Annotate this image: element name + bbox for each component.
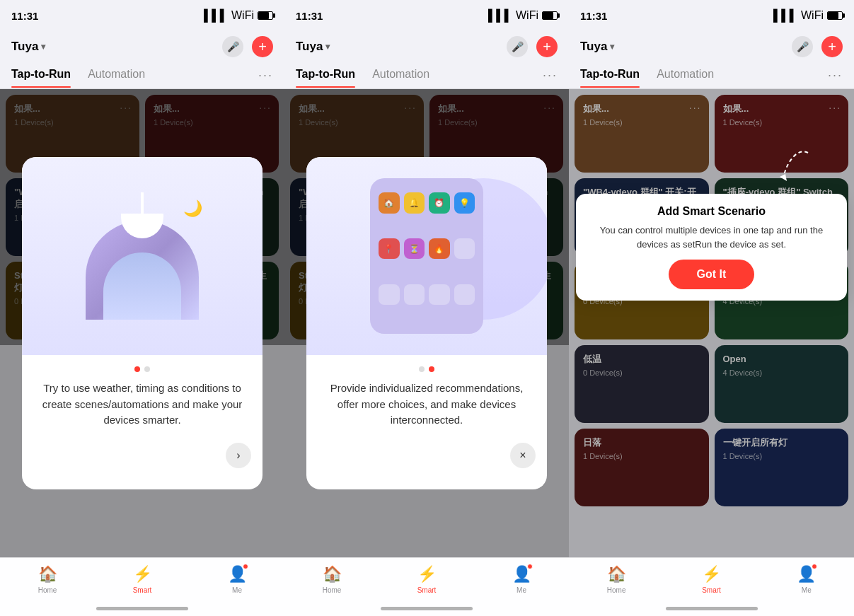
app-title-1[interactable]: Tuya ▾ bbox=[11, 40, 45, 54]
tab-dots-2[interactable]: ··· bbox=[543, 68, 558, 83]
chevron-down-icon-3: ▾ bbox=[610, 42, 614, 52]
modal-text-2: Provide individualized recommendations, … bbox=[306, 380, 547, 429]
badge-dot-3 bbox=[812, 564, 817, 569]
nav-smart-label-2: Smart bbox=[417, 586, 437, 594]
badge-dot-1 bbox=[243, 564, 248, 569]
phone-screen: 🏠 🔔 ⏰ 💡 📍 ⏳ 🔥 bbox=[379, 192, 475, 325]
nav-me-label-2: Me bbox=[517, 586, 526, 594]
nav-home-label-1: Home bbox=[38, 586, 57, 594]
smart-icon-3: ⚡ bbox=[702, 565, 721, 583]
app-header-1: Tuya ▾ 🎤 + bbox=[0, 31, 284, 62]
status-bar-3: 11:31 ▌▌▌ WiFi bbox=[569, 0, 854, 31]
nav-me-1[interactable]: 👤 Me bbox=[228, 565, 247, 594]
app-header-2: Tuya ▾ 🎤 + bbox=[284, 31, 569, 62]
tab-tap-to-run-3[interactable]: Tap-to-Run bbox=[580, 68, 640, 83]
mic-button-1[interactable]: 🎤 bbox=[222, 36, 243, 57]
tab-tap-to-run-1[interactable]: Tap-to-Run bbox=[11, 68, 71, 83]
add-button-3[interactable]: + bbox=[821, 36, 843, 57]
chevron-down-icon-2: ▾ bbox=[325, 42, 330, 52]
status-time-1: 11:31 bbox=[11, 10, 38, 22]
app-icon-home: 🏠 bbox=[379, 192, 400, 214]
nav-me-label-1: Me bbox=[232, 586, 242, 594]
mic-button-3[interactable]: 🎤 bbox=[792, 36, 813, 57]
nav-smart-3[interactable]: ⚡ Smart bbox=[702, 565, 721, 594]
wifi-icon-3: WiFi bbox=[801, 9, 824, 22]
lamp-scene: 🌙 bbox=[64, 178, 220, 334]
tab-automation-3[interactable]: Automation bbox=[657, 68, 714, 83]
nav-smart-1[interactable]: ⚡ Smart bbox=[133, 565, 152, 594]
home-icon-3: 🏠 bbox=[607, 565, 626, 583]
app-title-2[interactable]: Tuya ▾ bbox=[296, 40, 330, 54]
app-header-3: Tuya ▾ 🎤 + bbox=[569, 31, 854, 62]
status-icons-1: ▌▌▌ WiFi bbox=[204, 9, 273, 22]
nav-home-label-3: Home bbox=[607, 586, 626, 594]
nav-me-2[interactable]: 👤 Me bbox=[512, 565, 531, 594]
lamp-stem bbox=[141, 192, 144, 214]
nav-smart-label-3: Smart bbox=[702, 586, 721, 594]
status-time-3: 11:31 bbox=[580, 10, 607, 22]
status-bar-2: 11:31 ▌▌▌ WiFi bbox=[284, 0, 569, 31]
modal-dots-2 bbox=[419, 366, 434, 372]
tab-automation-1[interactable]: Automation bbox=[88, 68, 145, 83]
tabs-2: Tap-to-Run Automation ··· bbox=[284, 62, 569, 89]
modal-overlay-2[interactable]: 🏠 🔔 ⏰ 💡 📍 ⏳ 🔥 bbox=[284, 89, 569, 557]
tab-dots-1[interactable]: ··· bbox=[258, 68, 273, 83]
app-icon-light: 💡 bbox=[454, 192, 475, 214]
nav-badge-3: 👤 bbox=[797, 565, 816, 583]
modal-overlay-1[interactable]: 🌙 Try to use weather, timing as conditio… bbox=[0, 89, 284, 557]
modal-card-2: 🏠 🔔 ⏰ 💡 📍 ⏳ 🔥 bbox=[306, 157, 547, 489]
app-title-3[interactable]: Tuya ▾ bbox=[580, 40, 614, 54]
add-button-1[interactable]: + bbox=[252, 36, 273, 57]
battery-icon-1 bbox=[258, 11, 273, 20]
battery-icon-3 bbox=[827, 11, 843, 20]
status-icons-2: ▌▌▌ WiFi bbox=[488, 9, 558, 22]
tab-automation-2[interactable]: Automation bbox=[372, 68, 429, 83]
nav-smart-2[interactable]: ⚡ Smart bbox=[417, 565, 437, 594]
modal-illustration-2: 🏠 🔔 ⏰ 💡 📍 ⏳ 🔥 bbox=[306, 157, 547, 355]
tooltip-text: You can control multiple devices in one … bbox=[587, 223, 836, 251]
app-icon-pin: 📍 bbox=[379, 238, 400, 260]
badge-dot-2 bbox=[527, 564, 533, 569]
dot-1-inactive bbox=[144, 366, 150, 372]
nav-me-label-3: Me bbox=[802, 586, 812, 594]
app-icon-empty-1 bbox=[454, 238, 475, 260]
signal-icon-3: ▌▌▌ bbox=[773, 9, 797, 22]
nav-badge-1: 👤 bbox=[228, 565, 247, 583]
nav-me-3[interactable]: 👤 Me bbox=[797, 565, 816, 594]
app-icon-empty-3 bbox=[404, 284, 425, 306]
nav-home-1[interactable]: 🏠 Home bbox=[38, 565, 57, 594]
mic-button-2[interactable]: 🎤 bbox=[507, 36, 528, 57]
signal-icon-1: ▌▌▌ bbox=[204, 9, 228, 22]
tabs-1: Tap-to-Run Automation ··· bbox=[0, 62, 284, 89]
status-bar-1: 11:31 ▌▌▌ WiFi bbox=[0, 0, 284, 31]
scroll-area-1: ···如果...1 Device(s) ···如果...1 Device(s) … bbox=[0, 89, 284, 557]
nav-home-label-2: Home bbox=[323, 586, 342, 594]
status-icons-3: ▌▌▌ WiFi bbox=[773, 9, 843, 22]
modal-next-btn-1[interactable]: › bbox=[226, 443, 251, 468]
app-icon-clock: ⏰ bbox=[429, 192, 450, 214]
home-indicator-3 bbox=[666, 607, 758, 610]
tab-tap-to-run-2[interactable]: Tap-to-Run bbox=[296, 68, 355, 83]
smart-icon-1: ⚡ bbox=[133, 565, 152, 583]
modal-text-1: Try to use weather, timing as conditions… bbox=[22, 380, 262, 429]
header-right-3: 🎤 + bbox=[792, 36, 843, 57]
nav-home-2[interactable]: 🏠 Home bbox=[323, 565, 342, 594]
home-indicator-2 bbox=[381, 607, 473, 610]
got-it-button[interactable]: Got It bbox=[669, 260, 755, 289]
add-button-2[interactable]: + bbox=[536, 36, 558, 57]
wifi-icon-1: WiFi bbox=[231, 9, 254, 22]
dot-2-inactive bbox=[419, 366, 425, 372]
panel-1: 11:31 ▌▌▌ WiFi Tuya ▾ 🎤 + Tap-to-Run Aut… bbox=[0, 0, 284, 616]
app-icon-empty-2 bbox=[379, 284, 400, 306]
scroll-area-3: ···如果...1 Device(s) ···如果...1 Device(s) … bbox=[569, 89, 854, 557]
phone-body: 🏠 🔔 ⏰ 💡 📍 ⏳ 🔥 bbox=[370, 178, 483, 334]
chevron-down-icon-1: ▾ bbox=[41, 42, 45, 52]
battery-icon-2 bbox=[542, 11, 558, 20]
home-icon-1: 🏠 bbox=[38, 565, 57, 583]
tab-dots-3[interactable]: ··· bbox=[828, 68, 843, 83]
nav-home-3[interactable]: 🏠 Home bbox=[607, 565, 626, 594]
tabs-3: Tap-to-Run Automation ··· bbox=[569, 62, 854, 89]
app-icon-timer: ⏳ bbox=[404, 238, 425, 260]
nav-badge-2: 👤 bbox=[512, 565, 531, 583]
modal-close-btn-2[interactable]: × bbox=[510, 443, 536, 468]
